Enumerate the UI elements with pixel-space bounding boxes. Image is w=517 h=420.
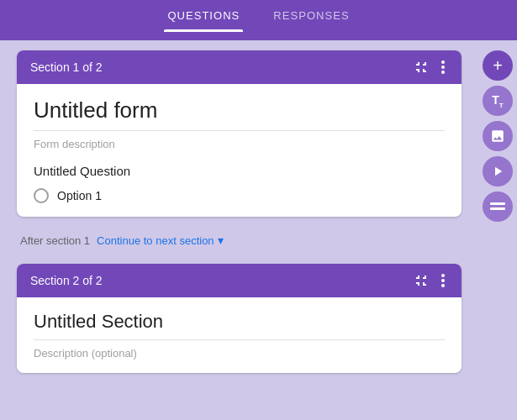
more-icon-2	[441, 274, 445, 287]
more-icon	[441, 60, 445, 74]
add-element-button[interactable]: +	[483, 50, 513, 81]
image-icon	[490, 129, 505, 144]
right-sidebar: + TT	[478, 40, 517, 420]
svg-point-4	[441, 279, 445, 282]
section-2-card: Section 2 of 2	[17, 264, 462, 373]
section-2-title: Section 2 of 2	[30, 274, 103, 287]
add-video-button[interactable]	[483, 156, 513, 186]
section-2-form-title: Untitled Section	[34, 311, 445, 340]
video-icon	[490, 164, 505, 179]
form-description: Form description	[34, 138, 445, 150]
svg-point-1	[441, 66, 445, 69]
form-area: Section 1 of 2	[0, 40, 478, 420]
section-1-title: Section 1 of 2	[30, 60, 103, 74]
tab-questions[interactable]: QUESTIONS	[164, 9, 243, 32]
radio-option	[34, 188, 49, 203]
svg-point-3	[441, 274, 445, 277]
add-text-button[interactable]: TT	[483, 86, 513, 116]
add-icon: +	[493, 57, 503, 74]
section-1-more-button[interactable]	[438, 59, 448, 76]
option-label: Option 1	[57, 189, 102, 202]
option-row: Option 1	[34, 188, 445, 203]
after-section-dropdown[interactable]: Continue to next section ▾	[97, 234, 223, 247]
top-bar: QUESTIONS RESPONSES	[0, 0, 517, 40]
section-2-collapse-button[interactable]	[411, 272, 431, 289]
section-2-actions	[411, 272, 448, 289]
svg-rect-6	[490, 202, 505, 205]
section-1-body: Untitled form Form description Untitled …	[17, 84, 462, 217]
section-icon	[490, 202, 505, 211]
section-2-header: Section 2 of 2	[17, 264, 462, 297]
text-format-icon: TT	[492, 93, 503, 109]
section-1-collapse-button[interactable]	[411, 59, 431, 76]
add-section-button[interactable]	[483, 192, 513, 222]
tabs: QUESTIONS RESPONSES	[164, 9, 352, 32]
section-2-description: Description (optional)	[34, 347, 445, 360]
svg-rect-7	[490, 207, 505, 210]
svg-point-0	[441, 60, 445, 64]
section-2-body: Untitled Section Description (optional)	[17, 297, 462, 373]
form-title: Untitled form	[34, 97, 445, 131]
section-2-more-button[interactable]	[438, 272, 448, 289]
section-1-card: Section 1 of 2	[17, 50, 462, 217]
add-image-button[interactable]	[483, 121, 513, 151]
section-1-header: Section 1 of 2	[17, 50, 462, 84]
main-content: Section 1 of 2	[0, 40, 517, 420]
chevron-down-icon: ▾	[218, 234, 224, 247]
svg-point-2	[441, 71, 445, 74]
after-section-action: Continue to next section	[97, 234, 214, 247]
tab-responses[interactable]: RESPONSES	[270, 9, 352, 32]
after-section-label: After section 1	[20, 234, 90, 247]
question-title: Untitled Question	[34, 164, 445, 178]
collapse-icon-2	[414, 274, 428, 287]
svg-point-5	[441, 284, 445, 287]
collapse-icon	[414, 60, 428, 74]
section-1-actions	[411, 59, 448, 76]
after-section-row: After section 1 Continue to next section…	[17, 227, 462, 254]
